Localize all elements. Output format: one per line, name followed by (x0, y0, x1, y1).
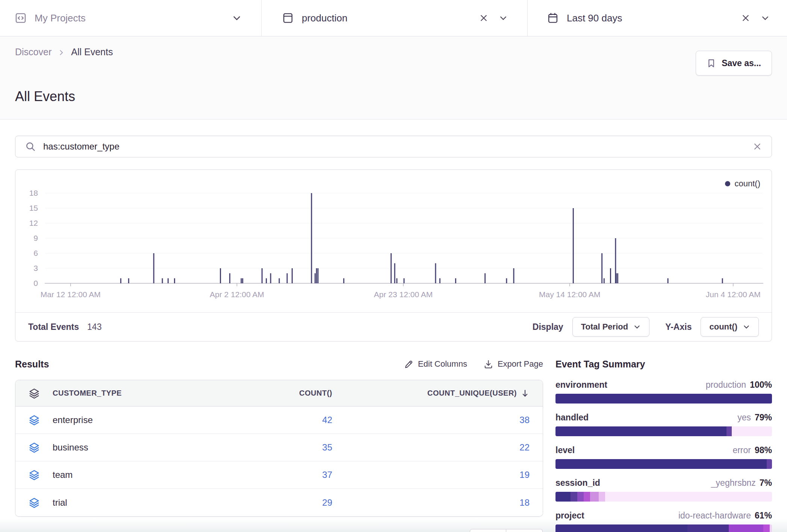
tag-bar-segment[interactable] (763, 524, 770, 532)
tag-distribution-bar[interactable] (555, 492, 772, 502)
chart-bar[interactable] (311, 193, 312, 283)
tag-bar-segment[interactable] (599, 492, 605, 502)
tag-distribution-bar[interactable] (555, 459, 772, 469)
count-value-link[interactable]: 42 (253, 415, 332, 425)
chart-bar[interactable] (506, 278, 507, 283)
column-header-count[interactable]: COUNT() (253, 389, 332, 397)
tag-bar-segment[interactable] (584, 492, 590, 502)
chart-bar[interactable] (394, 263, 395, 283)
count-value-link[interactable]: 29 (253, 497, 332, 508)
column-header-count-unique[interactable]: COUNT_UNIQUE(USER) (427, 389, 517, 397)
chart-bar[interactable] (168, 278, 169, 283)
previous-page-button[interactable] (470, 529, 506, 532)
count-unique-value-link[interactable]: 18 (519, 497, 530, 508)
chart-bar[interactable] (604, 278, 605, 283)
close-icon[interactable] (741, 14, 750, 23)
count-unique-value-link[interactable]: 22 (519, 442, 530, 453)
chart-bar[interactable] (610, 268, 611, 283)
chart-bar[interactable] (455, 278, 456, 283)
tag-bar-segment[interactable] (590, 492, 599, 502)
chart-bar[interactable] (573, 208, 574, 283)
chart-bar[interactable] (120, 278, 121, 283)
tag-bar-segment[interactable] (555, 459, 767, 469)
breadcrumb-discover-link[interactable]: Discover (15, 47, 51, 57)
tag-distribution-bar[interactable] (555, 394, 772, 404)
environment-selector[interactable]: production (261, 0, 527, 36)
chart-bar[interactable] (315, 273, 316, 283)
chart-bar[interactable] (128, 278, 129, 283)
tag-bar-segment[interactable] (770, 524, 772, 532)
edit-columns-button[interactable]: Edit Columns (404, 359, 467, 369)
chart-bar[interactable] (174, 278, 175, 283)
chart-bar[interactable] (722, 278, 723, 283)
tag-bar-segment[interactable] (555, 426, 726, 436)
page-title: All Events (15, 89, 75, 104)
count-value-link[interactable]: 37 (253, 470, 332, 480)
chart-bar[interactable] (617, 273, 618, 283)
chart-bar[interactable] (318, 268, 319, 283)
chart-bar[interactable] (667, 278, 669, 283)
tag-summary-item: handledyes79% (555, 413, 772, 436)
save-as-button[interactable]: Save as... (696, 51, 772, 76)
tag-bar-segment[interactable] (767, 459, 772, 469)
chart-legend[interactable]: count() (725, 179, 760, 189)
display-dropdown[interactable]: Total Period (572, 317, 650, 337)
y-axis-tick-label: 18 (29, 189, 38, 197)
count-unique-value-link[interactable]: 38 (519, 415, 530, 425)
tag-bar-segment[interactable] (732, 426, 772, 436)
yaxis-dropdown[interactable]: count() (701, 317, 759, 337)
chart-bar[interactable] (404, 278, 405, 283)
chevron-down-icon[interactable] (499, 14, 508, 23)
chart-bar[interactable] (601, 253, 602, 283)
tag-bar-segment[interactable] (555, 394, 772, 404)
next-page-button[interactable] (506, 529, 543, 532)
chart-bar[interactable] (279, 278, 280, 283)
table-row: trial2918 (15, 489, 543, 516)
tag-distribution-bar[interactable] (555, 524, 772, 532)
tag-bar-segment[interactable] (555, 492, 571, 502)
chart-bar[interactable] (229, 273, 230, 283)
chart-bar[interactable] (396, 278, 397, 283)
tag-bar-segment[interactable] (687, 524, 728, 532)
chart-bar[interactable] (435, 263, 436, 283)
chart-bar[interactable] (616, 273, 617, 283)
chart-bar[interactable] (262, 268, 263, 283)
events-chart[interactable]: 0369121518Mar 12 12:00 AMApr 2 12:00 AMA… (15, 170, 772, 312)
tag-bar-segment[interactable] (605, 492, 772, 502)
chart-bar[interactable] (343, 278, 344, 283)
column-header-customer-type[interactable]: CUSTOMER_TYPE (53, 389, 122, 397)
tag-key: environment (555, 380, 607, 390)
chart-bar[interactable] (242, 278, 243, 283)
chart-bar[interactable] (162, 278, 163, 283)
global-filter-bar: My Projects production (0, 0, 787, 36)
chart-bar[interactable] (220, 268, 221, 283)
chart-bar[interactable] (241, 278, 242, 283)
chart-bar[interactable] (513, 268, 514, 283)
count-value-link[interactable]: 35 (253, 442, 332, 453)
project-selector[interactable]: My Projects (0, 0, 261, 36)
chart-bar[interactable] (390, 253, 392, 283)
chart-bar[interactable] (153, 253, 154, 283)
chevron-down-icon[interactable] (232, 13, 242, 23)
chart-bar[interactable] (316, 268, 317, 283)
count-unique-value-link[interactable]: 19 (519, 470, 530, 480)
date-range-selector[interactable]: Last 90 days (527, 0, 787, 36)
tag-bar-segment[interactable] (726, 426, 732, 436)
chart-bar[interactable] (439, 278, 440, 283)
tag-bar-segment[interactable] (729, 524, 763, 532)
tag-bar-segment[interactable] (571, 492, 577, 502)
chart-bar[interactable] (270, 273, 271, 283)
chart-bar[interactable] (266, 278, 267, 283)
search-input[interactable] (43, 141, 753, 152)
chart-bar[interactable] (484, 273, 486, 283)
tag-bar-segment[interactable] (555, 524, 687, 532)
close-icon[interactable] (479, 14, 488, 23)
tag-bar-segment[interactable] (577, 492, 584, 502)
export-page-button[interactable]: Export Page (484, 359, 543, 369)
chart-bar[interactable] (286, 273, 288, 283)
chart-bar[interactable] (292, 268, 293, 283)
chevron-down-icon[interactable] (761, 14, 770, 23)
layers-icon (29, 388, 40, 399)
clear-search-icon[interactable] (753, 142, 762, 151)
tag-distribution-bar[interactable] (555, 426, 772, 436)
